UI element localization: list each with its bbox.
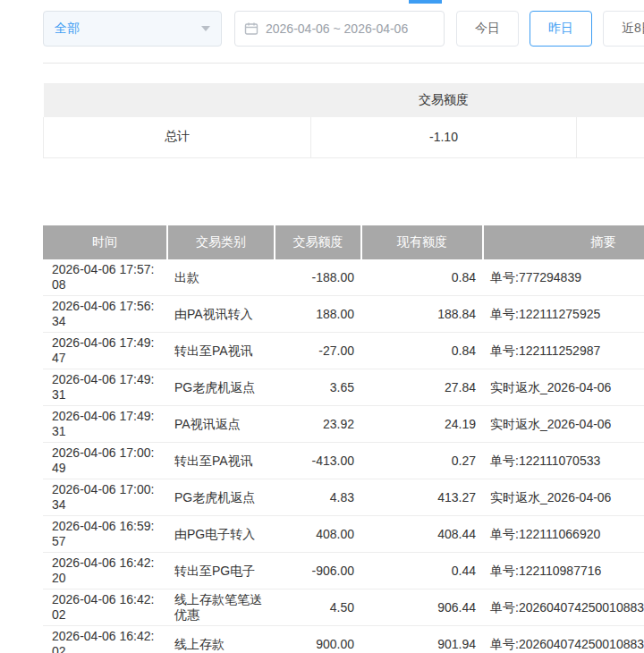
quick-button-2[interactable]: 近8日 — [603, 11, 644, 47]
column-header: 时间 — [43, 225, 167, 259]
cell: 3.65 — [275, 369, 361, 406]
cell: 2026-04-06 17:57:08 — [43, 259, 167, 296]
quick-button-0[interactable]: 今日 — [456, 11, 519, 47]
cell: 2026-04-06 17:00:34 — [43, 479, 167, 516]
cell: 0.27 — [361, 443, 483, 479]
table-row: 2026-04-06 16:42:02线上存款900.00901.94单号:20… — [43, 626, 644, 653]
cell: 2026-04-06 17:56:34 — [43, 296, 167, 333]
cell: 901.94 — [361, 626, 483, 653]
category-select[interactable]: 全部 — [43, 11, 222, 47]
cell: 2026-04-06 16:42:02 — [43, 589, 167, 626]
cell: 单号:122111275925 — [483, 296, 644, 333]
cell: 4.83 — [275, 479, 361, 516]
cell: 2026-04-06 17:49:31 — [43, 406, 167, 443]
column-header: 现有额度 — [361, 225, 483, 259]
column-header: 摘要 — [483, 225, 644, 259]
date-range-value: 2026-04-06 ~ 2026-04-06 — [266, 21, 408, 36]
summary-total-row: 总计 -1.10 — [44, 117, 644, 157]
table-row: 2026-04-06 17:49:31PG老虎机返点3.6527.84实时返水_… — [43, 369, 644, 406]
cell: PG老虎机返点 — [167, 369, 275, 406]
cell: 27.84 — [361, 369, 483, 406]
cell: 2026-04-06 17:49:47 — [43, 333, 167, 369]
category-select-value: 全部 — [55, 21, 201, 37]
cell: 2026-04-06 16:42:02 — [43, 626, 167, 653]
summary-header-empty-left — [44, 83, 311, 117]
cell: 由PA视讯转入 — [167, 296, 275, 333]
active-tab-indicator — [409, 0, 442, 4]
cell: 实时返水_2026-04-06 — [483, 369, 644, 406]
cell: 单号:122111070533 — [483, 443, 644, 479]
cell: -188.00 — [275, 259, 361, 296]
calendar-icon — [244, 21, 258, 36]
cell: 0.84 — [361, 259, 483, 296]
table-row: 2026-04-06 17:57:08出款-188.000.84单号:77729… — [43, 259, 644, 296]
summary-total-value: -1.10 — [311, 117, 577, 157]
table-row: 2026-04-06 16:59:57由PG电子转入408.00408.44单号… — [43, 516, 644, 553]
cell: 由PG电子转入 — [167, 516, 275, 553]
quick-buttons: 今日昨日近8日 — [456, 11, 644, 47]
summary-table: 交易额度 总计 -1.10 — [43, 83, 644, 158]
table-row: 2026-04-06 16:42:02线上存款笔笔送优惠4.50906.44单号… — [43, 589, 644, 626]
column-header: 交易额度 — [275, 225, 361, 259]
cell: 线上存款 — [167, 626, 275, 653]
cell: 单号:777294839 — [483, 259, 644, 296]
cell: 408.00 — [275, 516, 361, 553]
cell: 23.92 — [275, 406, 361, 443]
cell: 2026-04-06 17:49:31 — [43, 369, 167, 406]
cell: 转出至PG电子 — [167, 553, 275, 589]
summary-total-label: 总计 — [44, 117, 311, 157]
table-header-row: 时间交易类别交易额度现有额度摘要 — [43, 225, 644, 259]
cell: -27.00 — [275, 333, 361, 369]
table-row: 2026-04-06 17:00:34PG老虎机返点4.83413.27实时返水… — [43, 479, 644, 516]
cell: 单号:122111252987 — [483, 333, 644, 369]
cell: PG老虎机返点 — [167, 479, 275, 516]
cell: 实时返水_2026-04-06 — [483, 406, 644, 443]
chevron-down-icon — [201, 26, 210, 31]
cell: 实时返水_2026-04-06 — [483, 479, 644, 516]
transactions-table: 时间交易类别交易额度现有额度摘要 2026-04-06 17:57:08出款-1… — [43, 225, 644, 653]
cell: 900.00 — [275, 626, 361, 653]
cell: PA视讯返点 — [167, 406, 275, 443]
table-row: 2026-04-06 17:49:47转出至PA视讯-27.000.84单号:1… — [43, 333, 644, 369]
cell: -906.00 — [275, 553, 361, 589]
filter-bar: 全部 2026-04-06 ~ 2026-04-06 今日昨日近8日 — [43, 11, 644, 47]
cell: 单号:122111066920 — [483, 516, 644, 553]
summary-header-label: 交易额度 — [311, 83, 577, 117]
cell: 24.19 — [361, 406, 483, 443]
cell: 2026-04-06 16:42:20 — [43, 553, 167, 589]
table-row: 2026-04-06 17:49:31PA视讯返点23.9224.19实时返水_… — [43, 406, 644, 443]
cell: 出款 — [167, 259, 275, 296]
cell: 413.27 — [361, 479, 483, 516]
summary-total-empty — [577, 117, 644, 157]
column-header: 交易类别 — [167, 225, 275, 259]
cell: 4.50 — [275, 589, 361, 626]
cell: 线上存款笔笔送优惠 — [167, 589, 275, 626]
table-body: 2026-04-06 17:57:08出款-188.000.84单号:77729… — [43, 259, 644, 653]
cell: 转出至PA视讯 — [167, 333, 275, 369]
cell: 转出至PA视讯 — [167, 443, 275, 479]
table-row: 2026-04-06 16:42:20转出至PG电子-906.000.44单号:… — [43, 553, 644, 589]
cell: 188.00 — [275, 296, 361, 333]
cell: 0.84 — [361, 333, 483, 369]
cell: 906.44 — [361, 589, 483, 626]
summary-header-empty-right — [577, 83, 644, 117]
date-range-picker[interactable]: 2026-04-06 ~ 2026-04-06 — [234, 11, 445, 47]
cell: 单号:202604074250010883 — [483, 626, 644, 653]
cell: 单号:202604074250010883 — [483, 589, 644, 626]
table-row: 2026-04-06 17:00:49转出至PA视讯-413.000.27单号:… — [43, 443, 644, 479]
cell: 0.44 — [361, 553, 483, 589]
quick-button-1[interactable]: 昨日 — [530, 11, 592, 47]
cell: -413.00 — [275, 443, 361, 479]
table-row: 2026-04-06 17:56:34由PA视讯转入188.00188.84单号… — [43, 296, 644, 333]
cell: 单号:122110987716 — [483, 553, 644, 589]
cell: 2026-04-06 16:59:57 — [43, 516, 167, 553]
summary-header-row: 交易额度 — [44, 83, 644, 117]
cell: 188.84 — [361, 296, 483, 333]
page: 全部 2026-04-06 ~ 2026-04-06 今日昨日近8日 — [0, 0, 644, 653]
cell: 2026-04-06 17:00:49 — [43, 443, 167, 479]
cell: 408.44 — [361, 516, 483, 553]
divider — [43, 63, 644, 64]
